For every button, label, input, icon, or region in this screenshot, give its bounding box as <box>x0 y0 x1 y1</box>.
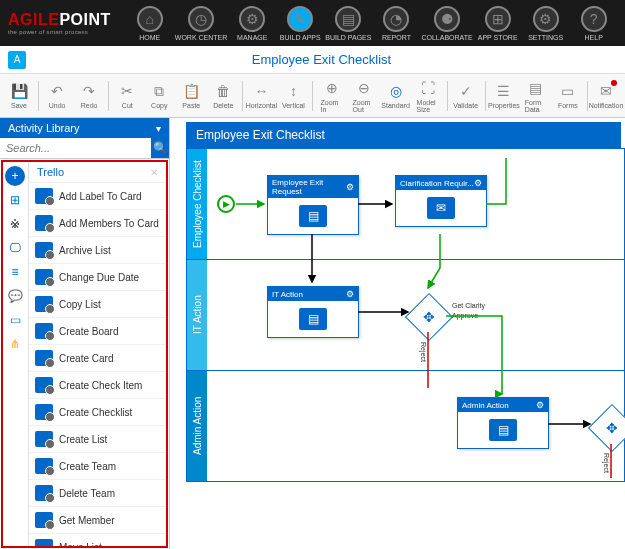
zoomout-button[interactable]: ⊖Zoom Out <box>349 77 379 115</box>
activity-icon <box>35 242 53 258</box>
search-icon[interactable]: 🔍 <box>151 138 169 158</box>
gear-icon[interactable]: ⚙ <box>474 178 482 188</box>
search-row: 🔍 <box>0 138 169 159</box>
save-button[interactable]: 💾Save <box>4 80 34 111</box>
library-category-title[interactable]: Trello ✕ <box>29 162 166 183</box>
nav-home[interactable]: ⌂HOME <box>127 6 173 41</box>
vertical-button[interactable]: ↕Vertical <box>278 80 308 111</box>
task-clarification-requir-[interactable]: Clarification Requir...⚙✉ <box>395 175 487 227</box>
category-flow-icon[interactable]: ⋔ <box>5 334 25 354</box>
delete-button[interactable]: 🗑Delete <box>208 80 238 111</box>
button-label: Delete <box>213 102 233 109</box>
task-type-icon: ▤ <box>489 419 517 441</box>
activity-get-member[interactable]: Get Member <box>29 507 166 534</box>
lane-body[interactable]: ▶Employee Exit Request⚙▤Clarification Re… <box>207 149 624 259</box>
redo-icon: ↷ <box>80 82 98 100</box>
activity-create-team[interactable]: Create Team <box>29 453 166 480</box>
activity-icon <box>35 485 53 501</box>
gateway-label: Reject <box>420 342 427 362</box>
redo-button[interactable]: ↷Redo <box>74 80 104 111</box>
gateway-label: Reject <box>603 453 610 473</box>
category-trello-icon[interactable]: ⊞ <box>5 190 25 210</box>
start-event[interactable]: ▶ <box>217 195 235 213</box>
activity-add-members-to-card[interactable]: Add Members To Card <box>29 210 166 237</box>
main: Activity Library ▾ 🔍 +⊞※🖵≡💬▭⋔ Trello ✕ A… <box>0 118 625 549</box>
nav-icon: ⚙ <box>533 6 559 32</box>
category-slack-icon[interactable]: ※ <box>5 214 25 234</box>
validate-button[interactable]: ✓Validate <box>451 80 481 111</box>
activity-label: Create Card <box>59 353 113 364</box>
gateway[interactable]: ✥ <box>405 293 453 341</box>
activity-add-label-to-card[interactable]: Add Label To Card <box>29 183 166 210</box>
nav-collaborate[interactable]: ⚈COLLABORATE <box>421 6 472 41</box>
activity-move-list[interactable]: Move List <box>29 534 166 546</box>
nav-label: REPORT <box>382 34 411 41</box>
category-list-icon[interactable]: ≡ <box>5 262 25 282</box>
standard-button[interactable]: ◎Standard <box>381 80 411 111</box>
activity-label: Create Check Item <box>59 380 142 391</box>
nav-help[interactable]: ?HELP <box>571 6 617 41</box>
activity-copy-list[interactable]: Copy List <box>29 291 166 318</box>
panel-header[interactable]: Activity Library ▾ <box>0 118 169 138</box>
nav-manage[interactable]: ⚙MANAGE <box>229 6 275 41</box>
lane-employee-checklist: Employee Checklist▶Employee Exit Request… <box>186 148 625 260</box>
zoomin-button[interactable]: ⊕Zoom In <box>317 77 347 115</box>
activity-create-list[interactable]: Create List <box>29 426 166 453</box>
lane-it-action: IT ActionIT Action⚙▤✥Get ClarityApproveR… <box>186 260 625 371</box>
search-input[interactable] <box>0 138 151 158</box>
lane-body[interactable]: IT Action⚙▤✥Get ClarityApproveReject <box>207 260 624 370</box>
forms-button[interactable]: ▭Forms <box>553 80 583 111</box>
button-label: Zoom Out <box>353 99 375 113</box>
nav-label: SETTINGS <box>528 34 563 41</box>
activity-archive-list[interactable]: Archive List <box>29 237 166 264</box>
activity-icon <box>35 269 53 285</box>
nav-label: APP STORE <box>478 34 518 41</box>
modelsize-icon: ⛶ <box>419 79 437 97</box>
lane-body[interactable]: Admin Action⚙▤✥Reject <box>207 371 624 481</box>
task-employee-exit-request[interactable]: Employee Exit Request⚙▤ <box>267 175 359 235</box>
activity-create-card[interactable]: Create Card <box>29 345 166 372</box>
gateway[interactable]: ✥ <box>588 404 625 452</box>
nav-work-center[interactable]: ◷WORK CENTER <box>175 6 228 41</box>
nav-label: COLLABORATE <box>421 34 472 41</box>
task-body: ▤ <box>458 412 548 448</box>
task-it-action[interactable]: IT Action⚙▤ <box>267 286 359 338</box>
horizontal-button[interactable]: ↔Horizontal <box>246 80 276 111</box>
notification-button[interactable]: ✉Notification <box>591 80 621 111</box>
activity-create-board[interactable]: Create Board <box>29 318 166 345</box>
copy-button[interactable]: ⧉Copy <box>144 80 174 111</box>
activity-create-checklist[interactable]: Create Checklist <box>29 399 166 426</box>
paste-button[interactable]: 📋Paste <box>176 80 206 111</box>
task-admin-action[interactable]: Admin Action⚙▤ <box>457 397 549 449</box>
delete-icon: 🗑 <box>214 82 232 100</box>
category-chat-icon[interactable]: 💬 <box>5 286 25 306</box>
activity-delete-team[interactable]: Delete Team <box>29 480 166 507</box>
nav-app-store[interactable]: ⊞APP STORE <box>475 6 521 41</box>
activity-icon <box>35 539 53 546</box>
nav-settings[interactable]: ⚙SETTINGS <box>523 6 569 41</box>
activity-label: Create List <box>59 434 107 445</box>
formdata-button[interactable]: ▤Form Data <box>521 77 551 115</box>
gear-icon[interactable]: ⚙ <box>346 182 354 192</box>
nav-icon: ? <box>581 6 607 32</box>
cut-button[interactable]: ✂Cut <box>112 80 142 111</box>
activity-change-due-date[interactable]: Change Due Date <box>29 264 166 291</box>
nav-build-apps[interactable]: ✎BUILD APPS <box>277 6 323 41</box>
nav-build-pages[interactable]: ▤BUILD PAGES <box>325 6 371 41</box>
gear-icon[interactable]: ⚙ <box>346 289 354 299</box>
undo-icon: ↶ <box>48 82 66 100</box>
toolbar: 💾Save↶Undo↷Redo✂Cut⧉Copy📋Paste🗑Delete↔Ho… <box>0 74 625 118</box>
modelsize-button[interactable]: ⛶Model Size <box>413 77 443 115</box>
activity-create-check-item[interactable]: Create Check Item <box>29 372 166 399</box>
properties-button[interactable]: ☰Properties <box>489 80 519 111</box>
undo-button[interactable]: ↶Undo <box>42 80 72 111</box>
close-icon[interactable]: ✕ <box>150 167 158 178</box>
process-canvas[interactable]: Employee Exit Checklist Employee Checkli… <box>170 118 625 549</box>
chevron-down-icon: ▾ <box>156 123 161 134</box>
category-add-icon[interactable]: + <box>5 166 25 186</box>
category-window-icon[interactable]: ▭ <box>5 310 25 330</box>
gear-icon[interactable]: ⚙ <box>536 400 544 410</box>
nav-report[interactable]: ◔REPORT <box>373 6 419 41</box>
category-monitor-icon[interactable]: 🖵 <box>5 238 25 258</box>
task-header: Employee Exit Request⚙ <box>268 176 358 198</box>
